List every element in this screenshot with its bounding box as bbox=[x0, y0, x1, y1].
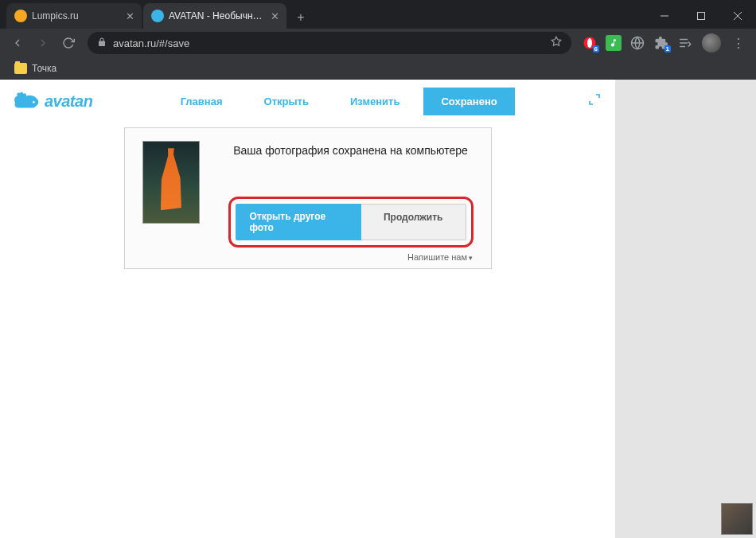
corner-preview-thumbnail[interactable] bbox=[721, 503, 753, 535]
browser-menu-button[interactable]: ⋮ bbox=[727, 36, 750, 51]
maximize-button[interactable] bbox=[683, 3, 719, 29]
nav-open[interactable]: Открыть bbox=[247, 88, 326, 115]
svg-marker-4 bbox=[551, 37, 561, 45]
nav-home[interactable]: Главная bbox=[163, 88, 240, 115]
profile-avatar[interactable] bbox=[702, 33, 721, 53]
new-tab-button[interactable]: + bbox=[290, 6, 312, 29]
svg-point-6 bbox=[587, 38, 592, 48]
tab-avatan[interactable]: AVATAN - Необычный Фоторед... ✕ bbox=[143, 3, 286, 29]
reload-button[interactable] bbox=[57, 32, 80, 54]
extension-globe-icon[interactable] bbox=[629, 35, 645, 51]
feedback-link[interactable]: Напишите нам bbox=[142, 252, 473, 262]
lock-icon bbox=[97, 36, 107, 50]
site-nav: Главная Открыть Изменить Сохранено bbox=[92, 88, 585, 115]
page-gutter bbox=[615, 80, 756, 538]
close-icon[interactable]: ✕ bbox=[124, 10, 135, 21]
continue-button[interactable]: Продолжить bbox=[361, 204, 466, 240]
minimize-button[interactable] bbox=[646, 3, 683, 29]
viewport: avatan Главная Открыть Изменить Сохранен… bbox=[0, 80, 756, 538]
save-message: Ваша фотография сохранена на компьютере bbox=[233, 144, 468, 157]
close-window-button[interactable] bbox=[719, 3, 756, 29]
save-confirmation-panel: Ваша фотография сохранена на компьютере … bbox=[124, 127, 492, 269]
logo-text: avatan bbox=[45, 92, 92, 111]
tab-title: Lumpics.ru bbox=[32, 10, 119, 21]
avatan-logo[interactable]: avatan bbox=[11, 90, 92, 112]
bookmark-label: Точка bbox=[32, 63, 57, 74]
fullscreen-icon[interactable] bbox=[585, 90, 604, 112]
back-button[interactable] bbox=[6, 32, 29, 54]
window-titlebar: Lumpics.ru ✕ AVATAN - Необычный Фоторед.… bbox=[0, 0, 756, 29]
forward-button[interactable] bbox=[32, 32, 54, 54]
page-content: avatan Главная Открыть Изменить Сохранен… bbox=[0, 80, 615, 538]
url-text: avatan.ru/#/save bbox=[113, 37, 544, 49]
whale-icon bbox=[11, 90, 41, 112]
reading-list-icon[interactable] bbox=[677, 35, 693, 51]
browser-toolbar: avatan.ru/#/save 6 1 ⋮ bbox=[0, 29, 756, 57]
nav-saved[interactable]: Сохранено bbox=[423, 88, 514, 115]
bookmarks-bar: Точка bbox=[0, 57, 756, 80]
address-bar[interactable]: avatan.ru/#/save bbox=[88, 32, 571, 54]
favicon-icon bbox=[151, 10, 164, 22]
extension-music-icon[interactable] bbox=[606, 35, 622, 51]
window-controls bbox=[646, 3, 756, 29]
bookmark-folder-tochka[interactable]: Точка bbox=[10, 61, 61, 76]
open-other-photo-button[interactable]: Открыть другое фото bbox=[236, 204, 361, 240]
tabs-strip: Lumpics.ru ✕ AVATAN - Необычный Фоторед.… bbox=[0, 0, 646, 29]
photo-thumbnail bbox=[142, 141, 200, 224]
nav-edit[interactable]: Изменить bbox=[333, 88, 418, 115]
bookmark-star-icon[interactable] bbox=[551, 36, 562, 50]
extension-opera-icon[interactable]: 6 bbox=[582, 35, 598, 51]
site-header: avatan Главная Открыть Изменить Сохранен… bbox=[0, 80, 615, 118]
folder-icon bbox=[14, 63, 27, 74]
svg-rect-1 bbox=[698, 13, 705, 20]
tab-title: AVATAN - Необычный Фоторед... bbox=[169, 10, 264, 21]
favicon-icon bbox=[14, 10, 27, 22]
tab-lumpics[interactable]: Lumpics.ru ✕ bbox=[6, 3, 142, 29]
action-buttons-highlight: Открыть другое фото Продолжить bbox=[228, 197, 473, 248]
extension-puzzle-icon[interactable]: 1 bbox=[653, 35, 669, 51]
close-icon[interactable]: ✕ bbox=[269, 10, 280, 21]
